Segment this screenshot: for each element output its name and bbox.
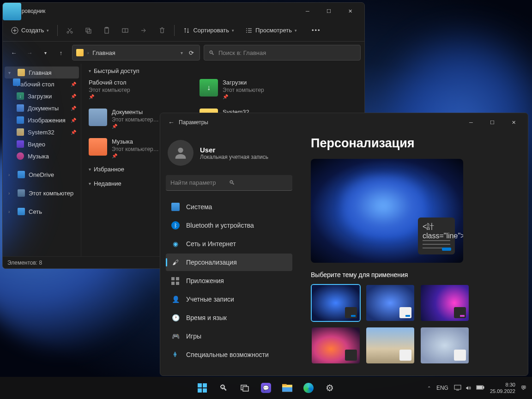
dots-icon: •••	[312, 27, 321, 34]
svg-rect-6	[86, 28, 90, 32]
theme-preview: <計 class="line">	[311, 159, 463, 263]
cut-button[interactable]	[61, 24, 78, 37]
clock[interactable]: 8:30 25.09.2022	[490, 381, 515, 395]
settings-search-input[interactable]: Найти параметр 🔍︎	[166, 175, 292, 191]
section-quick-access[interactable]: ▾Быстрый доступ	[89, 67, 357, 74]
network-tray-icon[interactable]	[454, 384, 461, 392]
explorer-navbar: ← → ▾ ↑ › Главная ▾ ⟳ 🔍︎ Поиск в: Главна…	[3, 42, 364, 64]
tray-expand-button[interactable]: ⌃	[427, 386, 431, 391]
theme-option-4[interactable]	[311, 326, 361, 364]
rename-button[interactable]	[117, 24, 133, 37]
svg-point-11	[178, 148, 183, 153]
nav-bluetooth[interactable]: ᛒBluetooth и устройства	[166, 217, 292, 234]
user-block[interactable]: User Локальная учетная запись	[166, 135, 292, 170]
person-icon: 👤	[171, 295, 180, 303]
folder-icon	[200, 79, 218, 97]
refresh-button[interactable]: ⟳	[187, 49, 196, 56]
paste-button[interactable]	[98, 24, 115, 37]
svg-rect-8	[105, 28, 109, 33]
explorer-icon	[282, 383, 292, 393]
theme-option-vi[interactable]	[365, 326, 415, 364]
explorer-toolbar: Создать ▾ Сортировать ▾ Просмотреть ▾ ••…	[3, 19, 364, 42]
pin-icon: 📌	[223, 94, 264, 99]
view-icon	[245, 27, 253, 34]
page-heading: Персонализация	[311, 136, 515, 151]
address-bar[interactable]: › Главная ▾ ⟳	[72, 45, 200, 60]
settings-sidebar: User Локальная учетная запись Найти пара…	[160, 132, 298, 375]
close-button[interactable]: ✕	[503, 115, 524, 130]
rename-icon	[121, 27, 129, 34]
settings-titlebar[interactable]: ← Параметры ─ ☐ ✕	[160, 113, 528, 132]
task-view-button[interactable]	[236, 379, 254, 397]
user-name: User	[200, 146, 268, 154]
chevron-down-icon[interactable]: ▾	[181, 50, 183, 55]
taskbar-chat[interactable]: 💬	[257, 379, 275, 397]
minimize-button[interactable]: ─	[297, 4, 318, 18]
taskbar-explorer[interactable]	[278, 379, 296, 397]
sort-button[interactable]: Сортировать ▾	[178, 24, 239, 37]
start-button[interactable]	[193, 379, 212, 397]
brush-icon: 🖌	[171, 258, 180, 266]
volume-tray-icon[interactable]: 🔊︎	[466, 385, 472, 391]
maximize-button[interactable]: ☐	[482, 115, 503, 130]
svg-rect-13	[243, 387, 248, 391]
minimize-button[interactable]: ─	[460, 115, 482, 130]
copy-icon	[85, 27, 92, 34]
search-icon: 🔍︎	[209, 49, 215, 56]
pin-icon: 📌	[112, 153, 159, 158]
nav-accessibility[interactable]: 🚹︎Специальные возможности	[166, 346, 292, 363]
nav-games[interactable]: 🎮Игры	[166, 327, 292, 345]
taskbar: 🔍︎ 💬 ⚙ ⌃ ENG 🔊︎ 8:30 25.09.2022 💬︎	[0, 377, 532, 399]
delete-button[interactable]	[154, 24, 170, 37]
nav-system[interactable]: Система	[166, 198, 292, 216]
taskbar-search[interactable]: 🔍︎	[214, 379, 233, 397]
share-button[interactable]	[135, 24, 152, 37]
pin-icon: 📌	[71, 106, 76, 111]
back-button[interactable]: ←	[164, 119, 179, 126]
home-icon	[76, 49, 84, 56]
accessibility-icon: 🚹︎	[171, 351, 180, 359]
search-input[interactable]: 🔍︎ Поиск в: Главная	[204, 45, 361, 60]
nav-time[interactable]: 🕐Время и язык	[166, 309, 292, 326]
taskview-icon	[240, 383, 249, 393]
item-downloads[interactable]: ЗагрузкиЭтот компьютер📌	[200, 79, 292, 99]
folder-icon	[89, 138, 107, 156]
up-button[interactable]: ↑	[54, 45, 68, 60]
language-indicator[interactable]: ENG	[436, 385, 448, 391]
breadcrumb[interactable]: Главная	[92, 49, 115, 56]
gamepad-icon: 🎮	[171, 332, 180, 340]
more-button[interactable]: •••	[307, 24, 326, 36]
chat-icon: 💬	[261, 383, 271, 393]
theme-option-2[interactable]	[365, 284, 415, 322]
view-button[interactable]: Просмотреть ▾	[241, 24, 302, 37]
delete-icon	[158, 27, 166, 34]
clock-icon: 🕐	[171, 314, 180, 322]
bluetooth-icon: ᛒ	[171, 221, 180, 230]
close-button[interactable]: ✕	[339, 4, 361, 18]
taskbar-edge[interactable]	[299, 379, 318, 397]
battery-tray-icon[interactable]	[476, 385, 484, 392]
nav-personalization[interactable]: 🖌Персонализация	[166, 254, 292, 271]
share-icon	[140, 27, 147, 34]
pin-icon: 📌	[89, 94, 130, 99]
notifications-button[interactable]: 💬︎	[521, 385, 526, 391]
taskbar-settings[interactable]: ⚙	[320, 379, 339, 397]
nav-apps[interactable]: Приложения	[166, 272, 292, 290]
theme-option-6[interactable]	[420, 326, 470, 364]
explorer-titlebar[interactable]: Проводник ─ ☐ ✕	[3, 3, 364, 19]
copy-button[interactable]	[80, 24, 97, 37]
pin-icon: 📌	[71, 118, 76, 123]
svg-rect-17	[454, 385, 461, 389]
nav-accounts[interactable]: 👤Учетные записи	[166, 290, 292, 308]
item-desktop[interactable]: Рабочий столЭтот компьютер📌	[89, 79, 181, 99]
theme-option-1[interactable]	[311, 284, 361, 322]
settings-title: Параметры	[179, 119, 460, 126]
item-count: Элементов: 8	[7, 260, 42, 266]
svg-rect-20	[477, 386, 482, 389]
theme-section-label: Выберите тему для применения	[311, 271, 515, 278]
nav-network[interactable]: ◉Сеть и Интернет	[166, 235, 292, 253]
svg-rect-19	[483, 387, 484, 388]
maximize-button[interactable]: ☐	[318, 4, 339, 18]
user-type: Локальная учетная запись	[200, 154, 268, 160]
theme-option-3[interactable]	[420, 284, 470, 322]
